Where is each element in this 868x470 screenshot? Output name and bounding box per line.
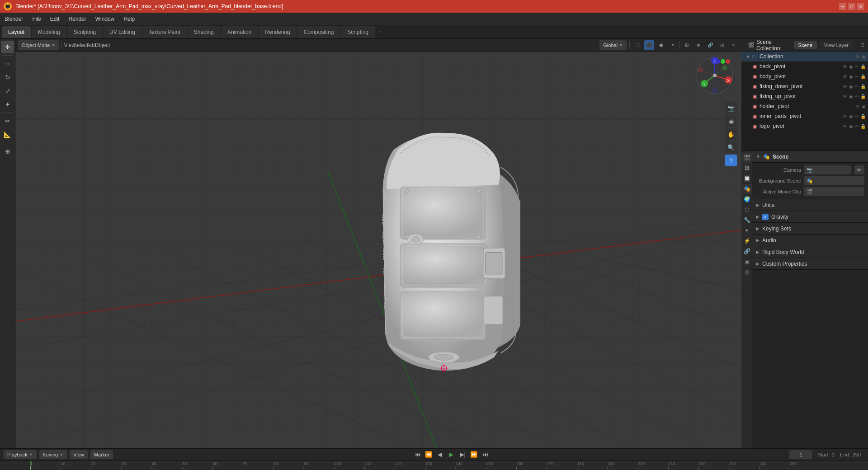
next-keyframe-button[interactable]: ⏩ <box>469 450 479 460</box>
wireframe-button[interactable]: ⬚ <box>632 40 642 50</box>
viewport-zoom-icon[interactable]: 🔍 <box>725 141 737 153</box>
navigation-gizmo[interactable]: X Y Z <box>694 55 735 96</box>
add-workspace-button[interactable]: + <box>376 27 386 37</box>
camera-value[interactable]: 📷 <box>804 165 851 174</box>
props-tab-particles[interactable]: ✦ <box>742 226 752 235</box>
tool-scale[interactable]: ⤢ <box>1 85 14 97</box>
back-pivot-lock[interactable]: 🔒 <box>860 64 866 69</box>
menu-render[interactable]: Render <box>64 13 90 25</box>
next-frame-button[interactable]: ▶| <box>458 450 467 460</box>
props-tab-data[interactable]: ▣ <box>742 257 752 267</box>
inner-parts-render[interactable]: ◉ <box>849 114 854 119</box>
gravity-section-header[interactable]: ▶ ✓ Gravity <box>752 211 868 223</box>
holder-render[interactable]: ◉ <box>861 104 866 109</box>
marker-button[interactable]: Marker <box>90 450 113 459</box>
props-tab-world[interactable]: 🌍 <box>742 194 752 204</box>
tab-modeling[interactable]: Modeling <box>32 26 66 38</box>
global-button[interactable]: Global ▼ <box>599 40 627 50</box>
solid-button[interactable]: ⬛ <box>644 40 654 50</box>
material-button[interactable]: ◉ <box>656 40 666 50</box>
viewport-mode-button[interactable]: Object Mode ▼ <box>18 40 59 50</box>
fixing-down-lock[interactable]: 🔒 <box>860 84 866 89</box>
viewport-help-icon[interactable]: ? <box>725 155 737 166</box>
fixing-up-edit[interactable]: ✏ <box>854 94 859 99</box>
back-pivot-render[interactable]: ◉ <box>849 64 854 69</box>
outliner-item-fixing-up-pivot[interactable]: ▣ fixing_up_pivot 👁 ◉ ✏ 🔒 <box>741 91 868 101</box>
gizmo-button[interactable]: ⊕ <box>693 40 703 50</box>
menu-edit[interactable]: Edit <box>46 13 64 25</box>
viewport-camera-icon[interactable]: 📷 <box>725 102 737 114</box>
rendered-button[interactable]: ☀ <box>668 40 678 50</box>
tool-transform[interactable]: ✦ <box>1 98 14 111</box>
logo-edit[interactable]: ✏ <box>854 124 859 129</box>
logo-vis[interactable]: 👁 <box>842 124 848 129</box>
keying-sets-section-header[interactable]: ▶ Keying Sets <box>752 223 868 235</box>
view-button[interactable]: View <box>70 450 88 459</box>
audio-section-header[interactable]: ▶ Audio <box>752 235 868 246</box>
background-scene-value[interactable]: 🎭 <box>804 176 864 185</box>
props-tab-output[interactable]: 🖼 <box>742 163 752 173</box>
gravity-checkbox[interactable]: ✓ <box>762 214 769 220</box>
tool-move[interactable]: ↔ <box>1 57 14 70</box>
movie-clip-value[interactable]: 🎬 <box>804 187 864 196</box>
outliner-filter-icon[interactable]: ⊟ <box>860 42 864 48</box>
back-pivot-vis[interactable]: 👁 <box>842 64 848 69</box>
camera-edit-btn[interactable]: ✏ <box>854 165 864 174</box>
outliner-item-holder-pivot[interactable]: ▣ holder_pivot 👁 ◉ <box>741 101 868 111</box>
menu-window[interactable]: Window <box>91 13 119 25</box>
tab-texture-paint[interactable]: Texture Paint <box>142 26 187 38</box>
keying-button[interactable]: Keying ▼ <box>39 450 67 459</box>
panel-tab-view-layer[interactable]: View Layer <box>820 41 853 49</box>
collection-render-icon[interactable]: ◉ <box>861 54 866 59</box>
props-tab-view-layer[interactable]: 🔲 <box>742 174 752 183</box>
inner-parts-vis[interactable]: 👁 <box>842 114 848 119</box>
holder-vis[interactable]: 👁 <box>855 104 860 109</box>
logo-render[interactable]: ◉ <box>849 124 854 129</box>
maximize-button[interactable]: □ <box>848 3 855 10</box>
extras-button[interactable]: ∿ <box>729 40 739 50</box>
inner-parts-lock[interactable]: 🔒 <box>860 114 866 119</box>
units-section-header[interactable]: ▶ Units <box>752 199 868 211</box>
props-tab-material[interactable]: ◎ <box>742 267 752 277</box>
play-button[interactable]: ▶ <box>446 450 456 460</box>
outliner-item-fixing-down-pivot[interactable]: ▣ fixing_down_pivot 👁 ◉ ✏ 🔒 <box>741 81 868 91</box>
fixing-up-render[interactable]: ◉ <box>849 94 854 99</box>
body-pivot-edit[interactable]: ✏ <box>854 74 859 79</box>
tool-measure[interactable]: 📐 <box>1 128 14 141</box>
body-pivot-render[interactable]: ◉ <box>849 74 854 79</box>
outliner-item-inner-parts[interactable]: ▣ inner_parts_pivot 👁 ◉ ✏ 🔒 <box>741 111 868 121</box>
menu-help[interactable]: Help <box>119 13 139 25</box>
logo-lock[interactable]: 🔒 <box>860 124 866 129</box>
menu-blender[interactable]: Blender <box>0 13 28 25</box>
fixing-down-render[interactable]: ◉ <box>849 84 854 89</box>
tab-scripting[interactable]: Scripting <box>341 26 375 38</box>
scene-header[interactable]: ▼ 🎭 Scene <box>752 151 868 163</box>
jump-start-button[interactable]: ⏮ <box>412 450 422 460</box>
props-tab-render[interactable]: 🎬 <box>742 153 752 163</box>
custom-props-section-header[interactable]: ▶ Custom Properties <box>752 258 868 270</box>
props-tab-constraints[interactable]: 🔗 <box>742 246 752 256</box>
object-menu-button[interactable]: Object <box>97 40 107 50</box>
props-tab-physics[interactable]: ⚡ <box>742 236 752 246</box>
jump-end-button[interactable]: ⏭ <box>480 450 490 460</box>
tab-rendering[interactable]: Rendering <box>259 26 296 38</box>
panel-tab-scene[interactable]: Scene <box>794 41 817 49</box>
outliner-item-back-pivot[interactable]: ▣ back_pivot 👁 ◉ ✏ 🔒 <box>741 61 868 71</box>
fixing-up-lock[interactable]: 🔒 <box>860 94 866 99</box>
minimize-button[interactable]: ─ <box>839 3 846 10</box>
tab-layout[interactable]: Layout <box>2 26 31 38</box>
back-pivot-edit[interactable]: ✏ <box>854 64 859 69</box>
fixing-up-vis[interactable]: 👁 <box>842 94 848 99</box>
select-menu-button[interactable]: Select <box>75 40 85 50</box>
proportional-button[interactable]: ◎ <box>717 40 727 50</box>
tab-compositing[interactable]: Compositing <box>297 26 340 38</box>
tool-cursor[interactable]: ✛ <box>1 41 14 53</box>
prev-keyframe-button[interactable]: ⏪ <box>424 450 434 460</box>
tool-annotate[interactable]: ✏ <box>1 115 14 127</box>
fixing-down-edit[interactable]: ✏ <box>854 84 859 89</box>
props-tab-object[interactable]: ⬡ <box>742 205 752 215</box>
viewport[interactable]: Object Mode ▼ View Select Add Object Glo… <box>15 39 741 448</box>
viewport-move-icon[interactable]: ✋ <box>725 128 737 140</box>
tab-sculpting[interactable]: Sculpting <box>67 26 102 38</box>
current-frame-input[interactable]: 1 <box>789 450 812 459</box>
